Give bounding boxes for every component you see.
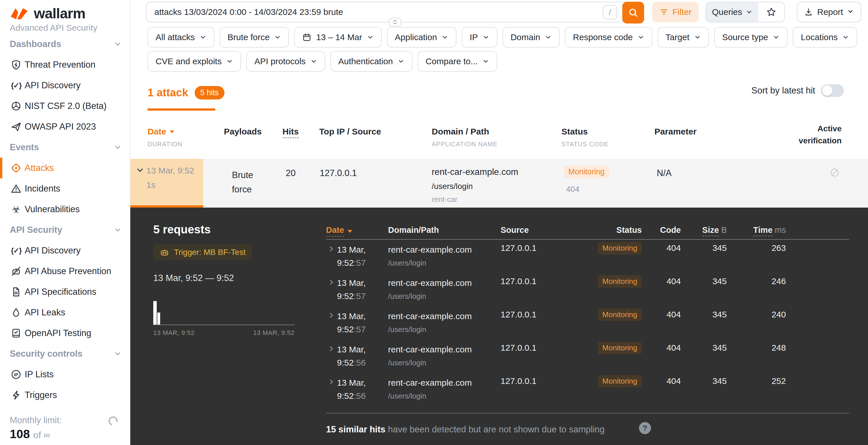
filter-icon — [659, 7, 669, 16]
star-icon — [766, 7, 776, 17]
request-code: 404 — [646, 343, 681, 353]
filter-chip-ip[interactable]: IP — [462, 27, 497, 47]
request-row[interactable]: 13 Mar,9:52:56 rent-car-example.com/user… — [130, 341, 868, 374]
column-header-active-verification: Active verification — [796, 123, 842, 147]
filter-chips-row2: CVE and exploitsAPI protocolsAuthenticat… — [148, 51, 502, 72]
chevron-right-icon[interactable] — [328, 245, 335, 252]
column-header-date[interactable]: Date — [148, 127, 175, 136]
filter-chip-domain[interactable]: Domain — [503, 27, 560, 47]
sidebar: wallarm Advanced API Security Dashboards… — [0, 0, 130, 445]
monthly-limit-value: 108 — [10, 427, 30, 441]
filter-chip-target[interactable]: Target — [658, 27, 709, 47]
chevron-right-icon[interactable] — [328, 279, 335, 285]
filter-chip-application[interactable]: Application — [387, 27, 457, 47]
chevron-down-icon[interactable] — [136, 166, 144, 174]
requests-column-date[interactable]: Date — [326, 226, 353, 237]
sidebar-section-security-controls[interactable]: Security controls — [0, 343, 130, 364]
sidebar-item-api-leaks[interactable]: API Leaks — [0, 302, 130, 323]
report-button[interactable]: Report — [797, 2, 861, 22]
sidebar-item-owasp-api-2023[interactable]: OWASP API 2023 — [0, 116, 130, 137]
request-row[interactable]: 13 Mar,9:52:57 rent-car-example.com/user… — [130, 274, 868, 307]
filter-chip-13-14-mar[interactable]: 13 – 14 Mar — [294, 27, 381, 47]
droplet-icon — [10, 307, 22, 318]
sidebar-section-dashboards[interactable]: Dashboards — [0, 34, 130, 55]
sidebar-item-ip-lists[interactable]: IPIP Lists — [0, 364, 130, 385]
chevron-right-icon[interactable] — [328, 312, 335, 319]
footer-divider — [326, 413, 849, 413]
requests-column-size[interactable]: Size B — [687, 226, 727, 235]
request-row[interactable]: 13 Mar,9:52:56 rent-car-example.com/user… — [130, 374, 868, 407]
sidebar-item-label: API Specifications — [25, 287, 96, 297]
requests-column-code: Code — [646, 226, 681, 235]
chip-label: Response code — [573, 32, 632, 42]
filter-chip-cve-and-exploits[interactable]: CVE and exploits — [148, 51, 241, 72]
sidebar-item-label: Attacks — [25, 163, 54, 173]
app-subtitle: Advanced API Security — [0, 23, 130, 33]
filter-chip-source-type[interactable]: Source type — [714, 27, 787, 47]
filter-chip-locations[interactable]: Locations — [793, 27, 857, 47]
column-header-hits[interactable]: Hits — [282, 127, 299, 136]
attack-date-cell[interactable]: 13 Mar, 9:52 1s — [130, 159, 203, 208]
request-domain: rent-car-example.com/users/login — [388, 276, 472, 303]
chevron-down-icon — [694, 34, 701, 41]
sidebar-item-label: NIST CSF 2.0 (Beta) — [25, 101, 106, 111]
sort-toggle[interactable] — [821, 84, 844, 97]
search-expand-handle[interactable] — [389, 18, 401, 26]
sidebar-item-nist-csf-2-0-beta[interactable]: NIST CSF 2.0 (Beta) — [0, 96, 130, 116]
sidebar-item-incidents[interactable]: Incidents — [0, 178, 130, 199]
request-code: 404 — [646, 310, 681, 319]
favorite-button[interactable] — [758, 2, 784, 22]
filter-chip-compare-to[interactable]: Compare to... — [417, 51, 497, 72]
request-row[interactable]: 13 Mar,9:52:57 rent-car-example.com/user… — [130, 307, 868, 341]
search-button[interactable] — [622, 2, 644, 24]
chevron-right-icon[interactable] — [328, 378, 335, 385]
book-check-icon — [10, 328, 22, 339]
filter-button[interactable]: Filter — [652, 2, 699, 22]
request-source: 127.0.0.1 — [501, 343, 536, 353]
chip-label: Locations — [801, 32, 838, 42]
requests-column-time[interactable]: Time ms — [734, 226, 786, 235]
request-date: 13 Mar,9:52:57 — [337, 310, 366, 336]
sidebar-item-api-specifications[interactable]: API Specifications — [0, 281, 130, 302]
request-row[interactable]: 13 Mar,9:52:57 rent-car-example.com/user… — [130, 241, 868, 274]
filter-chip-all-attacks[interactable]: All attacks — [148, 27, 214, 47]
filter-chip-api-protocols[interactable]: API protocols — [246, 51, 325, 72]
sidebar-item-api-discovery[interactable]: {✓}API Discovery — [0, 75, 130, 96]
chip-label: Compare to... — [426, 57, 478, 66]
sidebar-item-triggers[interactable]: Triggers — [0, 385, 130, 405]
sidebar-item-api-abuse-prevention[interactable]: API Abuse Prevention — [0, 261, 130, 281]
chevron-right-icon[interactable] — [328, 345, 335, 352]
filter-chip-brute-force[interactable]: Brute force — [220, 27, 289, 47]
search-input[interactable] — [154, 7, 644, 17]
sidebar-item-openapi-testing[interactable]: OpenAPI Testing — [0, 323, 130, 343]
attack-date: 13 Mar, 9:52 — [146, 164, 194, 178]
logo[interactable]: wallarm — [0, 5, 130, 22]
attack-row[interactable]: 13 Mar, 9:52 1s Brute force 20 127.0.0.1… — [130, 159, 868, 208]
queries-button[interactable]: Queries — [706, 2, 758, 22]
sidebar-item-api-discovery[interactable]: {✓}API Discovery — [0, 240, 130, 261]
chevron-down-icon — [114, 226, 122, 234]
filter-chip-authentication[interactable]: Authentication — [330, 51, 412, 72]
calendar-icon — [302, 33, 311, 42]
sidebar-item-label: IP Lists — [25, 369, 54, 380]
filter-chip-response-code[interactable]: Response code — [565, 27, 652, 47]
attack-parameter: N/A — [657, 168, 672, 178]
robot-slash-icon — [10, 266, 22, 277]
request-code: 404 — [646, 376, 681, 386]
chevron-down-icon — [310, 58, 317, 65]
sidebar-section-api-security[interactable]: API Security — [0, 219, 130, 240]
shield-bolt-icon — [10, 59, 22, 71]
requests-title: 5 requests — [153, 223, 211, 236]
sidebar-item-attacks[interactable]: Attacks — [0, 158, 130, 178]
request-source: 127.0.0.1 — [501, 310, 536, 319]
sidebar-item-threat-prevention[interactable]: Threat Prevention — [0, 55, 130, 75]
chevron-down-icon — [746, 9, 753, 15]
help-icon[interactable]: ? — [639, 422, 651, 434]
request-time: 246 — [734, 276, 786, 286]
request-source: 127.0.0.1 — [501, 243, 536, 253]
chevron-down-icon — [773, 34, 780, 41]
sidebar-section-events[interactable]: Events — [0, 137, 130, 158]
header-divider — [326, 239, 849, 240]
sidebar-item-vulnerabilities[interactable]: ☣Vulnerabilities — [0, 199, 130, 219]
request-date: 13 Mar,9:52:56 — [337, 343, 366, 369]
